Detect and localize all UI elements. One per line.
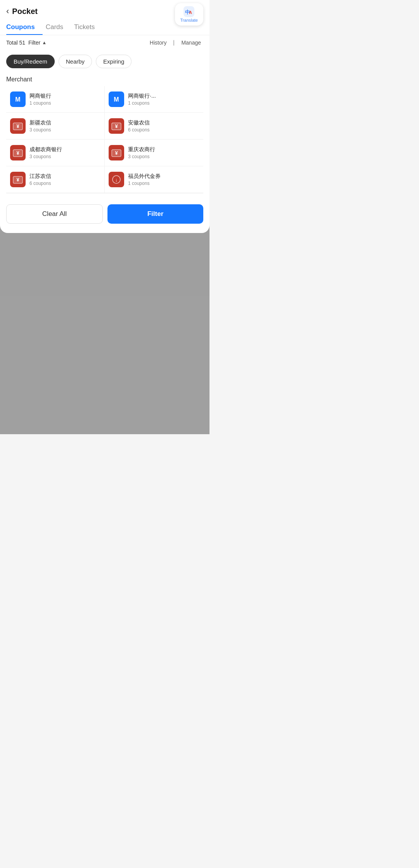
merchant-name: 安徽农信 — [128, 119, 150, 126]
merchant-logo-wangshang1: M — [10, 91, 26, 107]
filter-tab-nearby[interactable]: Nearby — [59, 55, 92, 68]
filter-apply-button[interactable]: Filter — [107, 204, 203, 224]
merchant-info-chengdu: 成都农商银行 3 coupons — [29, 146, 62, 159]
merchant-count: 3 coupons — [29, 127, 51, 133]
merchant-info-xinjiang: 新疆农信 3 coupons — [29, 119, 51, 133]
merchant-logo-chongqing: ¥ — [109, 145, 124, 160]
filter-tab-tickets[interactable]: Tickets — [74, 19, 102, 35]
svg-text:M: M — [15, 96, 20, 103]
svg-text:A: A — [189, 10, 192, 15]
merchant-logo-anhui: ¥ — [109, 118, 124, 134]
merchant-logo-jiangsu: ¥ — [10, 172, 26, 187]
merchant-grid: M 网商银行 1 coupons M 网商银行·... 1 cou — [0, 86, 210, 193]
merchant-count: 6 coupons — [128, 127, 150, 133]
merchant-name: 网商银行·... — [128, 93, 156, 100]
svg-text:¥: ¥ — [16, 123, 19, 129]
svg-text:¥: ¥ — [115, 150, 118, 156]
merchant-logo-xinjiang: ¥ — [10, 118, 26, 134]
merchant-info-anhui: 安徽农信 6 coupons — [128, 119, 150, 133]
svg-text:¥: ¥ — [16, 177, 19, 183]
filter-info-row: Total 51 Filter ▲ History ｜ Manage — [0, 35, 210, 50]
merchant-info-wangshang2: 网商银行·... 1 coupons — [128, 93, 156, 106]
svg-text:↓: ↓ — [115, 177, 118, 183]
merchant-count: 3 coupons — [29, 154, 62, 159]
filter-tab-cards[interactable]: Cards — [46, 19, 71, 35]
filter-toggle-btn[interactable]: Filter ▲ — [28, 40, 47, 46]
merchant-count: 3 coupons — [128, 154, 155, 159]
clear-all-button[interactable]: Clear All — [6, 204, 103, 224]
svg-text:¥: ¥ — [115, 123, 118, 129]
svg-text:¥: ¥ — [16, 150, 19, 156]
merchant-logo-fuyuan: ↓ — [109, 172, 124, 187]
filter-type-tabs: Buy/Redeem Nearby Expiring — [0, 50, 210, 73]
merchant-logo-chengdu: ¥ — [10, 145, 26, 160]
merchant-count: 6 coupons — [29, 181, 51, 186]
merchant-item-jiangsu[interactable]: ¥ 江苏农信 6 coupons — [6, 166, 105, 193]
filter-total-count: Total 51 — [6, 40, 25, 46]
filter-page-title: Pocket — [12, 7, 38, 16]
filter-history[interactable]: History — [150, 40, 167, 46]
merchant-item-wangshang2[interactable]: M 网商银行·... 1 coupons — [105, 86, 203, 113]
merchant-name: 成都农商银行 — [29, 146, 62, 153]
merchant-name: 江苏农信 — [29, 173, 51, 180]
merchant-info-chongqing: 重庆农商行 3 coupons — [128, 146, 155, 159]
merchant-count: 1 coupons — [29, 100, 51, 106]
svg-text:M: M — [114, 96, 119, 103]
filter-arrow: ▲ — [42, 40, 47, 45]
merchant-item-wangshang1[interactable]: M 网商银行 1 coupons — [6, 86, 105, 113]
filter-modal-header: ‹ Pocket 中 A Translate — [0, 0, 210, 19]
merchant-item-chengdu[interactable]: ¥ 成都农商银行 3 coupons — [6, 140, 105, 166]
merchant-info-jiangsu: 江苏农信 6 coupons — [29, 173, 51, 186]
filter-translate-label: Translate — [180, 18, 198, 22]
merchant-item-xinjiang[interactable]: ¥ 新疆农信 3 coupons — [6, 113, 105, 140]
merchant-item-anhui[interactable]: ¥ 安徽农信 6 coupons — [105, 113, 203, 140]
merchant-label: Merchant — [0, 73, 210, 86]
merchant-count: 1 coupons — [128, 100, 156, 106]
filter-action-buttons: Clear All Filter — [0, 198, 210, 225]
filter-manage[interactable]: Manage — [181, 40, 201, 46]
filter-translate-button[interactable]: 中 A Translate — [175, 3, 203, 26]
merchant-item-chongqing[interactable]: ¥ 重庆农商行 3 coupons — [105, 140, 203, 166]
merchant-name: 福员外代金券 — [128, 173, 161, 180]
merchant-name: 新疆农信 — [29, 119, 51, 126]
filter-tab-buy-redeem[interactable]: Buy/Redeem — [6, 55, 55, 68]
merchant-name: 重庆农商行 — [128, 146, 155, 153]
merchant-name: 网商银行 — [29, 93, 51, 100]
filter-modal: ‹ Pocket 中 A Translate Coupons Cards Tic… — [0, 0, 210, 233]
merchant-info-fuyuan: 福员外代金券 1 coupons — [128, 173, 161, 186]
merchant-logo-wangshang2: M — [109, 91, 124, 107]
filter-tab-coupons[interactable]: Coupons — [6, 19, 43, 35]
filter-tab-expiring[interactable]: Expiring — [96, 55, 132, 68]
filter-back-button[interactable]: ‹ — [6, 6, 9, 16]
merchant-info-wangshang1: 网商银行 1 coupons — [29, 93, 51, 106]
merchant-count: 1 coupons — [128, 181, 161, 186]
merchant-item-fuyuan[interactable]: ↓ 福员外代金券 1 coupons — [105, 166, 203, 193]
